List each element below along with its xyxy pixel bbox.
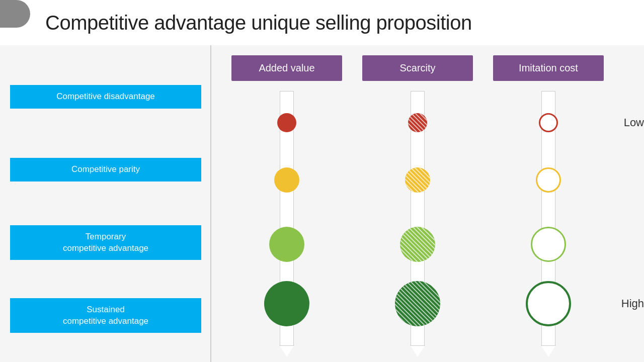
ic-circle-r1 <box>539 113 558 132</box>
page-title: Competitive advantage unique selling pro… <box>45 12 472 34</box>
col-header-scarcity: Scarcity <box>362 55 473 81</box>
sidebar: Competitive disadvantage Competitive par… <box>0 45 211 362</box>
row-label-1: Competitive disadvantage <box>0 62 211 131</box>
header-decoration <box>0 0 30 28</box>
page: Competitive advantage unique selling pro… <box>0 0 644 362</box>
header: Competitive advantage unique selling pro… <box>0 0 644 45</box>
row-label-box-1: Competitive disadvantage <box>10 85 201 108</box>
level-label-low: Low <box>624 116 644 129</box>
main-content: Competitive disadvantage Competitive par… <box>0 45 644 362</box>
row-label-3: Temporarycompetitive advantage <box>0 208 211 277</box>
chart-col-added-value <box>221 86 352 357</box>
ic-circle-r2 <box>536 167 561 193</box>
chart-area: Added value Scarcity Imitation cost <box>211 45 644 362</box>
row-label-box-2: Competitive parity <box>10 158 201 181</box>
av-circle-r2 <box>274 167 299 193</box>
row-label-box-3: Temporarycompetitive advantage <box>10 225 201 259</box>
av-circle-r4 <box>264 281 309 326</box>
chart-col-scarcity <box>352 86 483 357</box>
sc-circle-r1 <box>408 113 427 132</box>
level-label-high: High <box>621 297 644 310</box>
ic-circle-r3 <box>531 227 566 262</box>
row-label-box-4: Sustainedcompetitive advantage <box>10 298 201 332</box>
row-label-4: Sustainedcompetitive advantage <box>0 281 211 350</box>
col-header-added-value: Added value <box>231 55 342 81</box>
ic-circle-r4 <box>526 281 571 326</box>
chart-columns-area: Low High <box>221 86 614 357</box>
sc-circle-r4 <box>395 281 440 326</box>
av-circle-r1 <box>277 113 296 132</box>
row-label-2: Competitive parity <box>0 135 211 204</box>
sc-circle-r3 <box>400 227 435 262</box>
col-header-imitation-cost: Imitation cost <box>493 55 604 81</box>
column-headers: Added value Scarcity Imitation cost <box>221 55 614 81</box>
sc-circle-r2 <box>405 167 430 193</box>
chart-col-imitation-cost: Low High <box>483 86 614 357</box>
av-circle-r3 <box>269 227 304 262</box>
